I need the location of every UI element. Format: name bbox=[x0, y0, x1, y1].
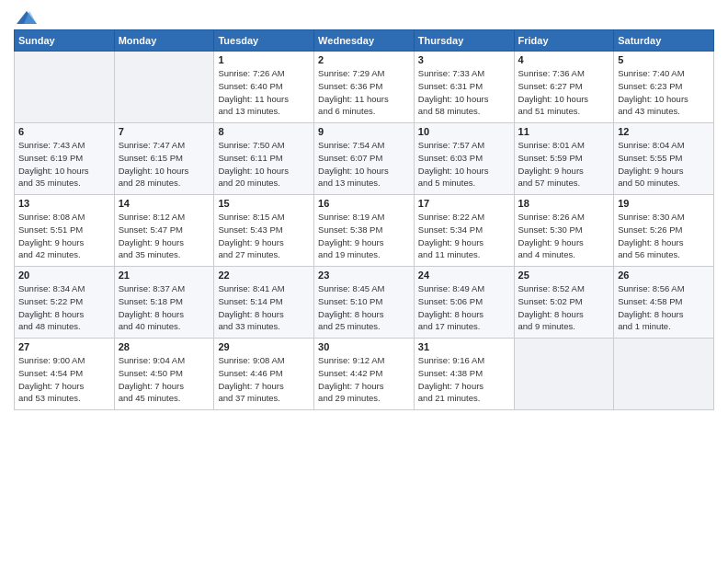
day-number: 27 bbox=[18, 341, 110, 352]
day-number: 3 bbox=[418, 54, 510, 65]
day-number: 16 bbox=[318, 198, 410, 209]
calendar-cell: 31Sunrise: 9:16 AM Sunset: 4:38 PM Dayli… bbox=[414, 339, 514, 410]
day-number: 7 bbox=[119, 126, 210, 137]
calendar-cell: 21Sunrise: 8:37 AM Sunset: 5:18 PM Dayli… bbox=[114, 267, 214, 339]
calendar-cell bbox=[114, 52, 214, 123]
calendar-cell: 9Sunrise: 7:54 AM Sunset: 6:07 PM Daylig… bbox=[314, 123, 415, 195]
day-info: Sunrise: 7:40 AM Sunset: 6:23 PM Dayligh… bbox=[618, 67, 710, 118]
day-number: 1 bbox=[218, 54, 310, 65]
day-info: Sunrise: 8:45 AM Sunset: 5:10 PM Dayligh… bbox=[318, 282, 410, 333]
day-info: Sunrise: 8:19 AM Sunset: 5:38 PM Dayligh… bbox=[318, 211, 410, 261]
day-number: 24 bbox=[418, 270, 510, 281]
calendar-cell: 16Sunrise: 8:19 AM Sunset: 5:38 PM Dayli… bbox=[314, 195, 415, 267]
day-info: Sunrise: 7:43 AM Sunset: 6:19 PM Dayligh… bbox=[18, 139, 110, 190]
calendar-cell: 7Sunrise: 7:47 AM Sunset: 6:15 PM Daylig… bbox=[114, 123, 214, 195]
day-info: Sunrise: 9:12 AM Sunset: 4:42 PM Dayligh… bbox=[318, 354, 410, 405]
calendar-cell: 5Sunrise: 7:40 AM Sunset: 6:23 PM Daylig… bbox=[614, 52, 714, 123]
logo-icon bbox=[17, 9, 37, 26]
calendar-cell: 25Sunrise: 8:52 AM Sunset: 5:02 PM Dayli… bbox=[514, 267, 614, 339]
day-info: Sunrise: 9:08 AM Sunset: 4:46 PM Dayligh… bbox=[218, 354, 310, 405]
day-header: Friday bbox=[514, 30, 614, 52]
calendar-table: SundayMondayTuesdayWednesdayThursdayFrid… bbox=[14, 29, 714, 410]
day-number: 8 bbox=[218, 126, 310, 137]
calendar-cell: 19Sunrise: 8:30 AM Sunset: 5:26 PM Dayli… bbox=[614, 195, 714, 267]
calendar-cell: 30Sunrise: 9:12 AM Sunset: 4:42 PM Dayli… bbox=[314, 339, 415, 410]
day-number: 31 bbox=[418, 341, 510, 352]
day-number: 13 bbox=[18, 198, 110, 209]
calendar-cell bbox=[514, 339, 614, 410]
calendar-cell: 26Sunrise: 8:56 AM Sunset: 4:58 PM Dayli… bbox=[614, 267, 714, 339]
calendar-cell bbox=[15, 52, 115, 123]
day-number: 21 bbox=[119, 270, 210, 281]
calendar-cell: 27Sunrise: 9:00 AM Sunset: 4:54 PM Dayli… bbox=[15, 339, 115, 410]
calendar-cell: 29Sunrise: 9:08 AM Sunset: 4:46 PM Dayli… bbox=[214, 339, 314, 410]
day-number: 2 bbox=[318, 54, 410, 65]
day-info: Sunrise: 8:22 AM Sunset: 5:34 PM Dayligh… bbox=[418, 211, 510, 261]
calendar-cell: 20Sunrise: 8:34 AM Sunset: 5:22 PM Dayli… bbox=[15, 267, 115, 339]
day-info: Sunrise: 8:08 AM Sunset: 5:51 PM Dayligh… bbox=[18, 211, 110, 261]
calendar-week-row: 27Sunrise: 9:00 AM Sunset: 4:54 PM Dayli… bbox=[15, 339, 714, 410]
day-header: Saturday bbox=[614, 30, 714, 52]
day-info: Sunrise: 8:26 AM Sunset: 5:30 PM Dayligh… bbox=[518, 211, 610, 261]
day-number: 5 bbox=[618, 54, 710, 65]
day-number: 30 bbox=[318, 341, 410, 352]
calendar-cell: 24Sunrise: 8:49 AM Sunset: 5:06 PM Dayli… bbox=[414, 267, 514, 339]
calendar-cell: 18Sunrise: 8:26 AM Sunset: 5:30 PM Dayli… bbox=[514, 195, 614, 267]
day-number: 12 bbox=[618, 126, 710, 137]
logo bbox=[14, 9, 38, 22]
day-number: 10 bbox=[418, 126, 510, 137]
day-info: Sunrise: 8:49 AM Sunset: 5:06 PM Dayligh… bbox=[418, 282, 510, 333]
calendar-cell: 15Sunrise: 8:15 AM Sunset: 5:43 PM Dayli… bbox=[214, 195, 314, 267]
day-number: 15 bbox=[218, 198, 310, 209]
calendar-cell: 2Sunrise: 7:29 AM Sunset: 6:36 PM Daylig… bbox=[314, 52, 415, 123]
calendar-cell: 4Sunrise: 7:36 AM Sunset: 6:27 PM Daylig… bbox=[514, 52, 614, 123]
header bbox=[14, 9, 714, 22]
calendar-cell: 22Sunrise: 8:41 AM Sunset: 5:14 PM Dayli… bbox=[214, 267, 314, 339]
calendar-cell: 17Sunrise: 8:22 AM Sunset: 5:34 PM Dayli… bbox=[414, 195, 514, 267]
calendar-week-row: 20Sunrise: 8:34 AM Sunset: 5:22 PM Dayli… bbox=[15, 267, 714, 339]
day-info: Sunrise: 8:04 AM Sunset: 5:55 PM Dayligh… bbox=[618, 139, 710, 190]
calendar-cell: 6Sunrise: 7:43 AM Sunset: 6:19 PM Daylig… bbox=[15, 123, 115, 195]
calendar-cell: 11Sunrise: 8:01 AM Sunset: 5:59 PM Dayli… bbox=[514, 123, 614, 195]
day-info: Sunrise: 8:01 AM Sunset: 5:59 PM Dayligh… bbox=[518, 139, 610, 190]
day-info: Sunrise: 7:50 AM Sunset: 6:11 PM Dayligh… bbox=[218, 139, 310, 190]
day-info: Sunrise: 7:47 AM Sunset: 6:15 PM Dayligh… bbox=[119, 139, 210, 190]
day-info: Sunrise: 9:16 AM Sunset: 4:38 PM Dayligh… bbox=[418, 354, 510, 405]
day-info: Sunrise: 9:04 AM Sunset: 4:50 PM Dayligh… bbox=[119, 354, 210, 405]
day-number: 29 bbox=[218, 341, 310, 352]
day-number: 4 bbox=[518, 54, 610, 65]
day-number: 6 bbox=[18, 126, 110, 137]
day-number: 19 bbox=[618, 198, 710, 209]
day-info: Sunrise: 8:41 AM Sunset: 5:14 PM Dayligh… bbox=[218, 282, 310, 333]
day-number: 25 bbox=[518, 270, 610, 281]
day-info: Sunrise: 8:15 AM Sunset: 5:43 PM Dayligh… bbox=[218, 211, 310, 261]
day-info: Sunrise: 7:29 AM Sunset: 6:36 PM Dayligh… bbox=[318, 67, 410, 118]
calendar-cell: 3Sunrise: 7:33 AM Sunset: 6:31 PM Daylig… bbox=[414, 52, 514, 123]
header-row: SundayMondayTuesdayWednesdayThursdayFrid… bbox=[15, 30, 714, 52]
calendar-cell: 8Sunrise: 7:50 AM Sunset: 6:11 PM Daylig… bbox=[214, 123, 314, 195]
calendar-cell: 12Sunrise: 8:04 AM Sunset: 5:55 PM Dayli… bbox=[614, 123, 714, 195]
day-info: Sunrise: 7:26 AM Sunset: 6:40 PM Dayligh… bbox=[218, 67, 310, 118]
day-info: Sunrise: 7:54 AM Sunset: 6:07 PM Dayligh… bbox=[318, 139, 410, 190]
calendar-cell: 1Sunrise: 7:26 AM Sunset: 6:40 PM Daylig… bbox=[214, 52, 314, 123]
day-number: 20 bbox=[18, 270, 110, 281]
day-number: 22 bbox=[218, 270, 310, 281]
day-number: 18 bbox=[518, 198, 610, 209]
page: SundayMondayTuesdayWednesdayThursdayFrid… bbox=[0, 0, 728, 563]
calendar-cell: 23Sunrise: 8:45 AM Sunset: 5:10 PM Dayli… bbox=[314, 267, 415, 339]
day-number: 23 bbox=[318, 270, 410, 281]
day-info: Sunrise: 8:30 AM Sunset: 5:26 PM Dayligh… bbox=[618, 211, 710, 261]
day-info: Sunrise: 8:52 AM Sunset: 5:02 PM Dayligh… bbox=[518, 282, 610, 333]
calendar-week-row: 6Sunrise: 7:43 AM Sunset: 6:19 PM Daylig… bbox=[15, 123, 714, 195]
day-info: Sunrise: 8:56 AM Sunset: 4:58 PM Dayligh… bbox=[618, 282, 710, 333]
day-header: Sunday bbox=[15, 30, 115, 52]
day-info: Sunrise: 8:12 AM Sunset: 5:47 PM Dayligh… bbox=[119, 211, 210, 261]
calendar-cell: 13Sunrise: 8:08 AM Sunset: 5:51 PM Dayli… bbox=[15, 195, 115, 267]
day-number: 17 bbox=[418, 198, 510, 209]
day-number: 28 bbox=[119, 341, 210, 352]
day-info: Sunrise: 7:36 AM Sunset: 6:27 PM Dayligh… bbox=[518, 67, 610, 118]
calendar-cell: 10Sunrise: 7:57 AM Sunset: 6:03 PM Dayli… bbox=[414, 123, 514, 195]
day-number: 26 bbox=[618, 270, 710, 281]
calendar-cell: 14Sunrise: 8:12 AM Sunset: 5:47 PM Dayli… bbox=[114, 195, 214, 267]
day-info: Sunrise: 8:34 AM Sunset: 5:22 PM Dayligh… bbox=[18, 282, 110, 333]
